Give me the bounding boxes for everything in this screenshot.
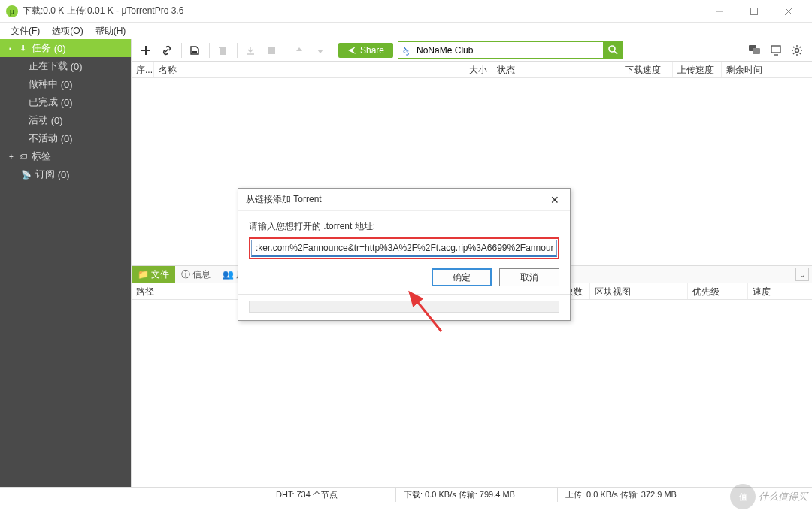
sidebar-labels[interactable]: + 🏷 标签	[0, 147, 131, 165]
users-icon: 👥	[223, 269, 234, 280]
status-download: 下载: 0.0 KB/s 传输: 799.4 MB	[396, 488, 558, 502]
butterfly-icon: Ƹ̵̡	[398, 45, 414, 56]
cancel-button[interactable]: 取消	[499, 268, 559, 286]
status-dht: DHT: 734 个节点	[268, 488, 396, 502]
dialog-title: 从链接添加 Torrent	[246, 193, 322, 206]
dialog-input-highlight	[249, 237, 559, 259]
sidebar-labels-label: 标签	[32, 150, 51, 163]
sidebar-item-feeds[interactable]: 📡 订阅 (0)	[0, 165, 131, 183]
download-icon: ⬇	[17, 44, 28, 53]
svg-rect-7	[220, 48, 226, 55]
svg-rect-6	[192, 51, 197, 53]
menu-bar: 文件(F) 选项(O) 帮助(H)	[0, 23, 812, 39]
share-label: Share	[360, 45, 384, 56]
remote-icon[interactable]	[768, 43, 783, 58]
chat-icon[interactable]	[747, 43, 762, 58]
collapse-icon: ▪	[9, 44, 15, 53]
svg-rect-9	[268, 47, 275, 54]
search-input[interactable]	[414, 45, 603, 56]
svg-rect-1	[751, 8, 758, 14]
svg-line-11	[614, 51, 617, 54]
col-seq[interactable]: 序...	[132, 62, 154, 77]
minimize-button[interactable]	[702, 0, 737, 23]
app-icon: μ	[6, 5, 18, 17]
col-blockview[interactable]: 区块视图	[590, 283, 688, 299]
collapse-detail-button[interactable]: ⌄	[795, 268, 809, 281]
stop-button[interactable]	[262, 41, 281, 59]
rss-icon: 📡	[21, 170, 32, 180]
tag-icon: 🏷	[17, 152, 28, 161]
detail-body[interactable]	[132, 300, 812, 487]
expand-icon: +	[9, 153, 15, 161]
svg-point-10	[609, 46, 615, 52]
dialog-close-button[interactable]: ✕	[547, 192, 562, 207]
menu-help[interactable]: 帮助(H)	[89, 23, 132, 39]
dialog-label: 请输入您想打开的 .torrent 地址:	[249, 220, 559, 233]
remove-button[interactable]	[213, 41, 232, 59]
share-button[interactable]: Share	[338, 43, 393, 58]
add-torrent-button[interactable]	[136, 41, 156, 59]
move-up-button[interactable]	[289, 41, 309, 59]
sidebar-item-downloading[interactable]: 正在下载 (0)	[0, 57, 131, 75]
svg-rect-5	[141, 50, 150, 51]
svg-rect-13	[753, 48, 760, 54]
sidebar-tasks[interactable]: ▪ ⬇ 任务 (0)	[0, 39, 131, 57]
start-button[interactable]	[241, 41, 260, 59]
sidebar: ▪ ⬇ 任务 (0) 正在下载 (0) 做种中 (0) 已完成 (0) 活动 (…	[0, 39, 131, 487]
col-speed[interactable]: 速度	[748, 283, 812, 299]
ok-button[interactable]: 确定	[432, 268, 492, 286]
add-url-button[interactable]	[157, 41, 177, 59]
menu-file[interactable]: 文件(F)	[5, 23, 46, 39]
close-button[interactable]	[771, 0, 806, 23]
col-size[interactable]: 大小	[447, 62, 492, 77]
sidebar-item-seeding[interactable]: 做种中 (0)	[0, 75, 131, 93]
col-remain[interactable]: 剩余时间	[722, 62, 812, 77]
create-torrent-button[interactable]	[185, 41, 205, 59]
sidebar-item-inactive[interactable]: 不活动 (0)	[0, 129, 131, 147]
maximize-button[interactable]	[737, 0, 771, 23]
col-uspeed[interactable]: 上传速度	[673, 62, 722, 77]
torrent-list-header: 序... 名称 大小 状态 下载速度 上传速度 剩余时间	[132, 62, 812, 78]
tab-info[interactable]: ⓘ 信息	[175, 266, 217, 283]
search-button[interactable]	[603, 41, 623, 59]
sidebar-item-completed[interactable]: 已完成 (0)	[0, 93, 131, 111]
url-input[interactable]	[251, 240, 557, 257]
toolbar: Share Ƹ̵̡	[132, 39, 812, 62]
dialog-progress	[249, 301, 559, 313]
info-icon: ⓘ	[181, 268, 190, 281]
sidebar-item-active[interactable]: 活动 (0)	[0, 111, 131, 129]
sidebar-tasks-count: (0)	[54, 43, 66, 54]
svg-point-16	[795, 48, 799, 52]
sidebar-tasks-label: 任务	[32, 41, 51, 55]
col-dspeed[interactable]: 下载速度	[620, 62, 673, 77]
settings-icon[interactable]	[789, 43, 804, 58]
status-bar: DHT: 734 个节点 下载: 0.0 KB/s 传输: 799.4 MB 上…	[0, 487, 812, 502]
col-name[interactable]: 名称	[154, 62, 447, 77]
move-down-button[interactable]	[311, 41, 330, 59]
search-box[interactable]: Ƹ̵̡	[398, 41, 623, 59]
col-priority[interactable]: 优先级	[688, 283, 748, 299]
tab-files[interactable]: 📁 文件	[132, 266, 175, 283]
menu-options[interactable]: 选项(O)	[46, 23, 89, 39]
add-url-dialog: 从链接添加 Torrent ✕ 请输入您想打开的 .torrent 地址: 确定…	[238, 188, 571, 321]
folder-icon: 📁	[138, 269, 149, 280]
svg-rect-14	[771, 46, 780, 53]
svg-rect-8	[219, 47, 226, 48]
status-upload: 上传: 0.0 KB/s 传输: 372.9 MB	[558, 488, 812, 502]
window-title: 下载:0.0 K 上传:0.01 K - μTorrentPro 3.6	[23, 5, 702, 17]
window-titlebar: μ 下载:0.0 K 上传:0.01 K - μTorrentPro 3.6	[0, 0, 812, 23]
col-status[interactable]: 状态	[492, 62, 620, 77]
